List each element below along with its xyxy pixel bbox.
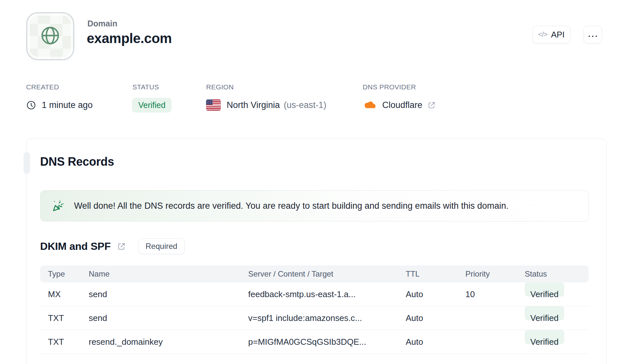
status-badge: Verified [132,98,172,113]
col-header-priority: Priority [465,265,490,282]
table-row: MX send feedback-smtp.us-east-1.a... Aut… [40,282,589,306]
region-value: North Virginia (us-east-1) [206,98,326,113]
cell-ttl: Auto [406,306,423,330]
page-title: example.com [87,31,172,46]
dns-records-table: Type Name Server / Content / Target TTL … [40,265,589,354]
cell-type: MX [48,282,61,306]
section-scroll-notch [23,152,30,174]
code-icon: </> [538,30,548,39]
cell-type: TXT [48,330,64,354]
col-header-name: Name [89,265,110,282]
created-label: CREATED [26,83,59,91]
status-label: STATUS [132,83,159,91]
api-button-label: API [551,30,565,40]
external-link-icon [428,101,436,109]
cell-type: TXT [48,306,64,330]
api-button[interactable]: </> API [532,26,570,43]
region-label: REGION [206,83,234,91]
cell-name: send [89,282,107,306]
region-code: (us-east-1) [284,100,326,110]
us-flag-icon [206,99,221,111]
dns-provider-value[interactable]: Cloudflare [363,98,436,113]
page-kind-label: Domain [87,19,117,28]
verified-badge: Verified [525,330,564,344]
cell-content[interactable]: v=spf1 include:amazonses.c... [248,306,362,330]
party-popper-icon [53,200,64,212]
dkim-spf-title: DKIM and SPF [40,240,111,252]
cloudflare-icon [363,100,377,110]
col-header-ttl: TTL [406,265,420,282]
dns-provider-name: Cloudflare [382,100,422,110]
created-time: 1 minute ago [42,100,93,110]
clock-icon [26,100,36,110]
table-header-row: Type Name Server / Content / Target TTL … [40,265,589,282]
required-badge: Required [138,238,184,254]
dns-records-card: DNS Records Well done! All the DNS recor… [26,138,607,364]
created-value: 1 minute ago [26,98,93,113]
table-row: TXT resend._domainkey p=MIGfMA0GCSqGSIb3… [40,330,589,354]
dns-provider-label: DNS PROVIDER [363,83,416,91]
dkim-external-link-icon[interactable] [117,242,126,251]
region-name: North Virginia [227,100,280,110]
domain-avatar [26,12,74,60]
cell-content[interactable]: p=MIGfMA0GCSqGSIb3DQE... [248,330,366,354]
globe-icon [39,25,61,48]
verified-badge: Verified [525,282,564,296]
more-options-button[interactable]: … [583,26,602,43]
cell-priority: 10 [465,282,475,306]
cell-ttl: Auto [406,282,423,306]
cell-name: resend._domainkey [89,330,163,354]
cell-name: send [89,306,107,330]
verified-success-banner: Well done! All the DNS records are verif… [40,190,589,221]
dkim-spf-section-header: DKIM and SPF Required [40,238,185,254]
cell-ttl: Auto [406,330,423,354]
dns-records-title: DNS Records [40,155,114,169]
col-header-content: Server / Content / Target [248,265,333,282]
banner-message: Well done! All the DNS records are verif… [74,201,508,211]
col-header-status: Status [525,265,547,282]
status-value: Verified [132,98,172,113]
table-row: TXT send v=spf1 include:amazonses.c... A… [40,306,589,330]
verified-badge: Verified [525,306,564,320]
domain-detail-page: Domain example.com </> API … CREATED STA… [0,0,634,364]
cell-content[interactable]: feedback-smtp.us-east-1.a... [248,282,355,306]
col-header-type: Type [48,265,65,282]
